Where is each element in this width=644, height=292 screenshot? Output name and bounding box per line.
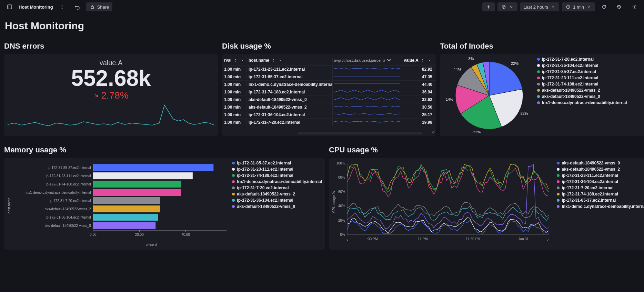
legend-label: aks-default-18490522-vmss_0: [237, 204, 295, 209]
legend-item[interactable]: lnx1-demo.c.dynatrace-demoability.intern…: [537, 100, 627, 105]
panel-toggle-button[interactable]: [3, 2, 16, 11]
legend-item[interactable]: ip-172-31-7-20.ec2.internal: [557, 185, 644, 190]
svg-text:14%: 14%: [446, 97, 453, 101]
legend-item[interactable]: aks-default-18490522-vmss_2: [557, 167, 644, 172]
svg-text:22%: 22%: [511, 61, 519, 66]
legend-item[interactable]: aks-default-18490522-vmss_2: [232, 192, 322, 197]
legend-dot-icon: [557, 205, 560, 208]
legend-item[interactable]: ip-172-31-85-37.ec2.internal: [537, 69, 627, 74]
legend-dot-icon: [557, 162, 560, 164]
col-header-host[interactable]: host.name: [246, 58, 332, 63]
legend-item[interactable]: ip-172-31-74-188.ec2.internal: [537, 82, 627, 87]
legend-item[interactable]: aks-default-18490522-vmss_0: [557, 161, 644, 165]
col-header-metric[interactable]: avg(dt.host.disk.used.percent): [332, 58, 401, 63]
panel-body[interactable]: 0%20%40%60%80%100%:30 PM11 PM11:30 PMJan…: [329, 158, 644, 250]
panel-title: CPU usage %: [329, 143, 644, 158]
svg-text:aks-default-18490522-vmss_2: aks-default-18490522-vmss_2: [44, 207, 91, 211]
legend-item[interactable]: ip-172-31-23-111.ec2.internal: [537, 75, 627, 80]
legend-item[interactable]: aks-default-18490522-vmss_2: [537, 88, 627, 93]
more-button[interactable]: [56, 2, 68, 11]
table-row[interactable]: 1.00 minip-172-31-7-20.ec2.internal19.98: [222, 119, 436, 126]
legend-dot-icon: [232, 174, 235, 177]
chevron-down-icon: [427, 58, 432, 63]
panel-body[interactable]: 22%22%22%14%11%3%3%3% ip-172-31-7-20.ec2…: [440, 54, 644, 136]
add-button[interactable]: [482, 2, 495, 11]
svg-text:11 PM: 11 PM: [418, 237, 428, 241]
svg-point-4: [61, 8, 62, 9]
legend-label: aks-default-18490522-vmss_2: [237, 192, 295, 197]
refresh-now-button[interactable]: [598, 2, 610, 11]
col-header-interval[interactable]: rval: [222, 58, 246, 63]
cube-button[interactable]: [497, 2, 517, 11]
legend-item[interactable]: ip-172-31-36-104.ec2.internal: [537, 63, 627, 68]
legend-label: aks-default-18490522-vmss_2: [562, 167, 620, 172]
legend-label: ip-172-31-85-37.ec2.internal: [562, 198, 616, 203]
legend-item[interactable]: ip-172-31-7-20.ec2.internal: [537, 57, 627, 62]
table-row[interactable]: 1.00 minip-172-31-36-104.ec2.internal25.…: [222, 111, 436, 119]
legend-dot-icon: [537, 101, 540, 104]
legend-item[interactable]: lnx1-demo.c.dynatrace-demoability.intern…: [557, 204, 644, 209]
memory-ylabel: host.name: [7, 197, 11, 213]
plus-icon: [486, 4, 491, 10]
table-row[interactable]: 1.00 minaks-default-18490522-vmss_230.50: [222, 103, 436, 111]
panel-left-icon: [7, 4, 12, 10]
legend-label: ip-172-31-74-188.ec2.internal: [562, 192, 618, 197]
svg-text:22%: 22%: [473, 130, 481, 133]
legend-item[interactable]: ip-172-31-36-104.ec2.internal: [557, 179, 644, 184]
legend-item[interactable]: ip-172-31-85-37.ec2.internal: [232, 161, 322, 165]
svg-rect-19: [93, 164, 214, 171]
legend-item[interactable]: ip-172-31-74-188.ec2.internal: [557, 192, 644, 197]
table-row[interactable]: 1.00 minip-172-31-74-188.ec2.internal36.…: [222, 88, 436, 96]
inodes-legend: ip-172-31-7-20.ec2.internalip-172-31-36-…: [537, 57, 627, 105]
share-button[interactable]: Share: [86, 2, 113, 11]
table-row[interactable]: 1.00 minip-172-31-23-111.ec2.internal82.…: [222, 66, 436, 73]
svg-rect-25: [93, 189, 181, 196]
toolbar-title: Host Monitoring: [19, 4, 53, 10]
legend-dot-icon: [537, 64, 540, 67]
undo-button[interactable]: [71, 2, 83, 11]
legend-dot-icon: [557, 193, 560, 195]
legend-item[interactable]: ip-172-31-23-111.ec2.internal: [557, 173, 644, 178]
legend-item[interactable]: ip-172-31-7-20.ec2.internal: [232, 185, 322, 190]
legend-item[interactable]: ip-172-31-23-111.ec2.internal: [232, 167, 322, 172]
cell-value: 36.94: [401, 90, 436, 94]
legend-item[interactable]: lnx1-demo.c.dynatrace-demoability.intern…: [232, 179, 322, 184]
svg-text:20%: 20%: [338, 219, 345, 222]
undo-icon: [74, 4, 80, 10]
legend-item[interactable]: aks-default-18490522-vmss_0: [232, 204, 322, 209]
cell-host: ip-172-31-74-188.ec2.internal: [246, 90, 332, 94]
panel-dns-errors: DNS errors value.A 552.68k 2.78%: [4, 40, 218, 136]
legend-label: ip-172-31-7-20.ec2.internal: [562, 185, 613, 190]
table-row[interactable]: 1.00 minaks-default-18490522-vmss_032.62: [222, 96, 436, 103]
horizontal-scrollbar[interactable]: [298, 132, 422, 134]
memory-legend: ip-172-31-85-37.ec2.internalip-172-31-23…: [232, 161, 322, 247]
memory-bar-chart: ip-172-31-85-37.ec2.internalip-172-31-23…: [7, 161, 227, 247]
refresh-interval-button[interactable]: 1 min: [562, 2, 595, 11]
legend-dot-icon: [557, 174, 560, 177]
panel-body[interactable]: value.A 552.68k 2.78%: [4, 54, 218, 136]
history-icon: [616, 4, 622, 10]
panel-body[interactable]: rval host.name avg(dt.host.disk.used.per…: [222, 54, 436, 136]
table-row[interactable]: 1.00 minlnx1-demo.c.dynatrace-demoabilit…: [222, 81, 436, 88]
legend-item[interactable]: ip-172-31-36-104.ec2.internal: [232, 198, 322, 203]
table-row[interactable]: 1.00 minip-172-31-85-37.ec2.internal47.3…: [222, 73, 436, 81]
legend-item[interactable]: ip-172-31-85-37.ec2.internal: [557, 198, 644, 203]
history-button[interactable]: [613, 2, 625, 11]
resize-handle-icon[interactable]: [431, 130, 435, 135]
svg-text:3%: 3%: [468, 57, 474, 61]
settings-button[interactable]: [628, 2, 641, 11]
panel-body[interactable]: ip-172-31-85-37.ec2.internalip-172-31-23…: [4, 158, 325, 250]
svg-rect-33: [93, 222, 155, 229]
col-header-value[interactable]: value.A: [401, 58, 436, 63]
cell-sparkline: [332, 119, 401, 126]
cell-interval: 1.00 min: [222, 120, 246, 125]
svg-text:aks-default-18490522-vmss_0: aks-default-18490522-vmss_0: [44, 224, 91, 228]
legend-label: ip-172-31-74-188.ec2.internal: [542, 82, 598, 87]
svg-text:‹: ‹: [346, 237, 348, 242]
svg-rect-23: [93, 181, 181, 188]
cell-value: 30.50: [401, 105, 436, 110]
timerange-button[interactable]: Last 2 hours: [520, 2, 560, 11]
legend-item[interactable]: aks-default-18490522-vmss_0: [537, 94, 627, 99]
cell-host: ip-172-31-85-37.ec2.internal: [246, 74, 332, 79]
legend-item[interactable]: ip-172-31-74-188.ec2.internal: [232, 173, 322, 178]
